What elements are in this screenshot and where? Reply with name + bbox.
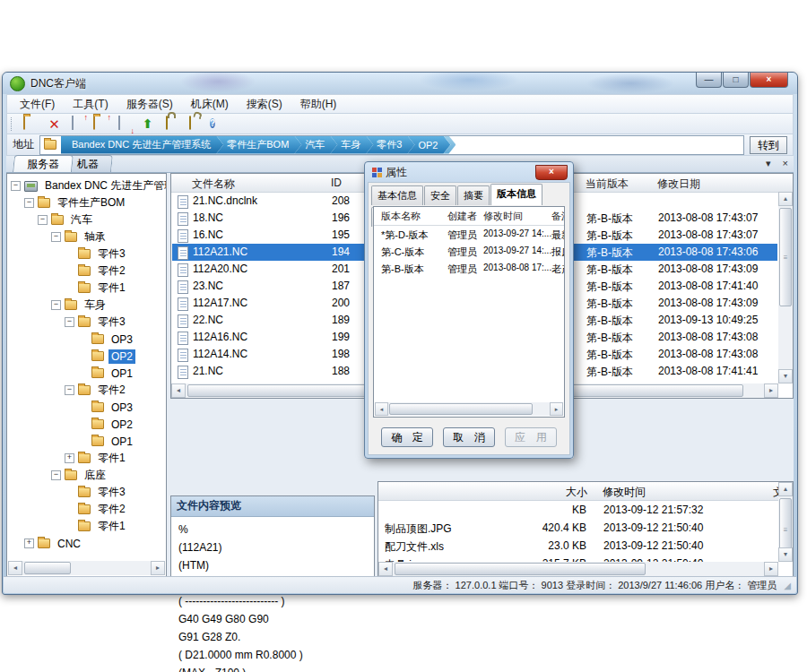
- document-icon: [178, 195, 188, 209]
- scroll-right-icon[interactable]: ▸: [764, 383, 778, 398]
- unlock-icon[interactable]: [187, 116, 202, 132]
- scroll-right-icon[interactable]: ▸: [151, 561, 165, 575]
- preview-line: ( D21.0000 mm R0.8000 ): [178, 646, 367, 664]
- close-button[interactable]: ×: [750, 73, 788, 88]
- tab-security[interactable]: 安全: [424, 185, 456, 205]
- folder-icon: [38, 198, 50, 208]
- menu-search[interactable]: 搜索(S): [238, 95, 291, 114]
- breadcrumb-root[interactable]: Bandex DNC 先进生产管理系统: [61, 136, 223, 154]
- preview-line: %: [178, 521, 367, 538]
- tab-summary[interactable]: 摘要: [457, 185, 490, 205]
- tab-version-info[interactable]: 版本信息: [490, 184, 542, 205]
- scroll-right-icon[interactable]: ▸: [764, 562, 778, 576]
- scroll-up-icon[interactable]: ▴: [778, 482, 793, 496]
- dialog-titlebar[interactable]: 属性 ×: [365, 162, 573, 182]
- cancel-button[interactable]: 取 消: [443, 427, 495, 447]
- col-modified[interactable]: 修改时间: [483, 210, 523, 223]
- folder-icon: [78, 504, 91, 514]
- col-current-version[interactable]: 当前版本: [586, 177, 629, 192]
- tree-item-base[interactable]: −底座: [51, 467, 166, 484]
- scroll-down-icon[interactable]: ▾: [778, 369, 793, 383]
- scroll-left-icon[interactable]: ◂: [378, 562, 393, 576]
- tree-item[interactable]: 零件1: [65, 518, 166, 535]
- col-modified-date[interactable]: 修改日期: [657, 177, 700, 192]
- tree-item[interactable]: 零件1: [65, 280, 166, 297]
- tree-item-bearing[interactable]: −轴承: [51, 228, 166, 246]
- menu-machine[interactable]: 机床(M): [182, 95, 238, 114]
- tree-item-carbody[interactable]: −车身: [51, 297, 166, 314]
- tree-item[interactable]: 零件3: [65, 246, 166, 263]
- minimize-button[interactable]: —: [696, 73, 722, 88]
- resize-grip[interactable]: ◢: [784, 581, 791, 590]
- tree-item[interactable]: 零件3: [65, 484, 166, 501]
- dialog-close-button[interactable]: ×: [535, 165, 568, 180]
- col-modified-time[interactable]: 修改时间: [603, 485, 646, 500]
- maximize-button[interactable]: □: [723, 73, 749, 88]
- col-size[interactable]: 大小: [551, 485, 587, 500]
- tree-item[interactable]: −零件2: [65, 382, 166, 399]
- scroll-left-icon[interactable]: ◂: [171, 383, 186, 398]
- col-creator[interactable]: 创建者: [447, 210, 477, 223]
- tree-item[interactable]: 零件2: [65, 501, 166, 518]
- attachment-row[interactable]: 制品顶图.JPG420.4 KB2013-09-12 21:50:40: [379, 519, 777, 537]
- menu-help[interactable]: 帮助(H): [291, 95, 346, 114]
- tree-item[interactable]: OP3: [78, 331, 166, 348]
- col-id[interactable]: ID: [331, 177, 342, 189]
- tree-item[interactable]: OP1: [78, 433, 166, 450]
- scroll-thumb[interactable]: [395, 563, 646, 575]
- scroll-left-icon[interactable]: ◂: [8, 561, 22, 575]
- titlebar[interactable]: DNC客户端 — □ ×: [3, 73, 797, 94]
- tree-item[interactable]: OP3: [78, 399, 166, 416]
- scroll-thumb[interactable]: [389, 403, 533, 415]
- tree-item[interactable]: OP1: [78, 365, 166, 382]
- folder-icon: [91, 334, 104, 344]
- tree-item-auto[interactable]: −汽车: [38, 211, 166, 228]
- menu-file[interactable]: 文件(F): [11, 95, 64, 114]
- version-row[interactable]: 第-B-版本管理员2013-08-08 17:...老产品程序: [374, 260, 564, 277]
- scroll-thumb[interactable]: ≡: [779, 208, 792, 306]
- send-to-folder-icon[interactable]: [93, 116, 108, 132]
- tree-item[interactable]: OP2: [78, 416, 166, 433]
- tree-item[interactable]: 零件2: [65, 263, 166, 280]
- address-label: 地址: [13, 137, 34, 152]
- tab-server[interactable]: 服务器: [13, 155, 74, 172]
- breadcrumb-part3[interactable]: 零件3: [366, 136, 414, 154]
- menu-server[interactable]: 服务器(S): [117, 95, 182, 114]
- panel-close-icon[interactable]: ×: [783, 158, 788, 168]
- col-remark[interactable]: 备注: [551, 210, 565, 223]
- upload-icon[interactable]: ⬆: [140, 116, 155, 132]
- document-icon: [178, 229, 188, 243]
- dialog-title: 属性: [386, 165, 407, 180]
- version-row[interactable]: *第-D-版本管理员2013-09-27 14:...最新: [374, 226, 564, 243]
- folder-icon: [78, 249, 91, 259]
- delete-icon[interactable]: ✕: [47, 116, 62, 132]
- checkout-document-icon[interactable]: [117, 116, 132, 132]
- help-icon[interactable]: ?: [210, 116, 225, 132]
- folder-icon: [78, 317, 91, 327]
- attachment-row[interactable]: KB2013-09-12 21:57:32: [379, 501, 777, 519]
- lock-icon[interactable]: [163, 116, 178, 132]
- new-folder-icon[interactable]: [23, 116, 39, 132]
- scroll-left-icon[interactable]: ◂: [375, 402, 388, 416]
- go-button[interactable]: 转到: [750, 136, 787, 154]
- ok-button[interactable]: 确 定: [381, 427, 433, 447]
- checkin-document-icon[interactable]: [70, 116, 85, 132]
- scroll-up-icon[interactable]: ▴: [778, 192, 793, 206]
- tree-item-cnc[interactable]: +CNC: [24, 535, 166, 552]
- col-version-name[interactable]: 版本名称: [381, 210, 421, 223]
- scroll-right-icon[interactable]: ▸: [550, 402, 563, 416]
- tree-item-bom[interactable]: −零件生产BOM: [24, 194, 166, 211]
- col-file-name[interactable]: 文件名称: [192, 177, 235, 192]
- tree-item[interactable]: +零件1: [65, 450, 166, 467]
- attachment-row[interactable]: 配刀文件.xls23.0 KB2013-09-12 21:50:40: [379, 537, 777, 555]
- tree-item[interactable]: −零件3: [65, 314, 166, 331]
- tree-item-root[interactable]: −Bandex DNC 先进生产管理系统: [11, 177, 166, 194]
- scroll-down-icon[interactable]: ▾: [778, 547, 793, 562]
- tree-item-op2-selected[interactable]: OP2: [78, 348, 166, 365]
- tab-basic-info[interactable]: 基本信息: [371, 185, 423, 205]
- breadcrumb-bom[interactable]: 零件生产BOM: [216, 136, 301, 154]
- version-row[interactable]: 第-C-版本管理员2013-09-27 14:...报废: [374, 243, 564, 260]
- menu-tools[interactable]: 工具(T): [64, 95, 117, 114]
- scroll-thumb[interactable]: [24, 562, 71, 574]
- panel-collapse-icon[interactable]: ▾: [766, 158, 771, 168]
